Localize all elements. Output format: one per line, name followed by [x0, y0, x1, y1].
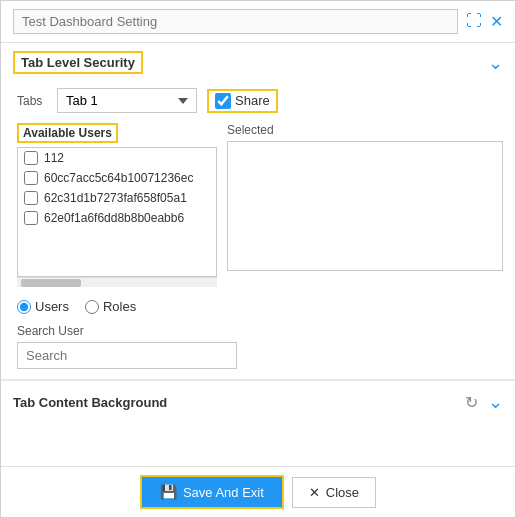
list-hscroll [17, 277, 217, 287]
share-checkbox[interactable] [215, 93, 231, 109]
refresh-icon[interactable]: ↻ [465, 393, 478, 412]
tab-level-security-section: Tab Level Security ⌄ Tabs Tab 1 Tab 2 Ta… [1, 43, 515, 380]
tabs-label: Tabs [17, 94, 47, 108]
save-icon: 💾 [160, 484, 177, 500]
save-and-exit-button[interactable]: 💾 Save And Exit [140, 475, 284, 509]
user-checkbox-2[interactable] [24, 191, 38, 205]
save-label: Save And Exit [183, 485, 264, 500]
list-item: 62e0f1a6f6dd8b8b0eabb6 [18, 208, 216, 228]
available-users-label: Available Users [17, 123, 118, 143]
header-icons: ⛶ ✕ [466, 12, 503, 31]
user-name-3: 62e0f1a6f6dd8b8b0eabb6 [44, 211, 184, 225]
radio-roles-text: Roles [103, 299, 136, 314]
close-icon[interactable]: ✕ [490, 12, 503, 31]
list-item: 112 [18, 148, 216, 168]
share-checkbox-wrap: Share [207, 89, 278, 113]
close-label: Close [326, 485, 359, 500]
radio-users[interactable] [17, 300, 31, 314]
radio-roles[interactable] [85, 300, 99, 314]
resize-icon[interactable]: ⛶ [466, 12, 482, 31]
selected-label: Selected [227, 123, 503, 137]
user-name-0: 112 [44, 151, 64, 165]
radio-row: Users Roles [1, 291, 515, 322]
dialog: ⛶ ✕ Tab Level Security ⌄ Tabs Tab 1 Tab … [0, 0, 516, 518]
users-list-box[interactable]: 112 60cc7acc5c64b10071236ec 62c31d1b7273… [17, 147, 217, 277]
selected-box [227, 141, 503, 271]
tab-content-icons: ↻ ⌄ [465, 391, 503, 413]
user-checkbox-3[interactable] [24, 211, 38, 225]
dialog-body: Tab Level Security ⌄ Tabs Tab 1 Tab 2 Ta… [1, 43, 515, 466]
expand-icon[interactable]: ⌄ [488, 391, 503, 413]
close-button[interactable]: ✕ Close [292, 477, 376, 508]
list-item: 60cc7acc5c64b10071236ec [18, 168, 216, 188]
radio-users-text: Users [35, 299, 69, 314]
dialog-title-input[interactable] [13, 9, 458, 34]
list-hscroll-thumb [21, 279, 81, 287]
tab-content-label: Tab Content Background [13, 395, 167, 410]
user-checkbox-1[interactable] [24, 171, 38, 185]
radio-roles-label[interactable]: Roles [85, 299, 136, 314]
available-users-panel: Available Users 112 60cc7acc5c64b1007123… [17, 123, 217, 287]
user-checkbox-0[interactable] [24, 151, 38, 165]
tab-content-background-section: Tab Content Background ↻ ⌄ [1, 380, 515, 423]
dialog-header: ⛶ ✕ [1, 1, 515, 43]
user-name-2: 62c31d1b7273faf658f05a1 [44, 191, 187, 205]
section-header: Tab Level Security ⌄ [1, 43, 515, 82]
search-user-label: Search User [17, 324, 499, 338]
share-label: Share [235, 93, 270, 108]
tabs-row: Tabs Tab 1 Tab 2 Tab 3 Share [1, 82, 515, 119]
search-input[interactable] [17, 342, 237, 369]
close-x-icon: ✕ [309, 485, 320, 500]
section-collapse-button[interactable]: ⌄ [488, 52, 503, 74]
search-user-section: Search User [1, 322, 515, 379]
users-selected-row: Available Users 112 60cc7acc5c64b1007123… [1, 119, 515, 291]
radio-users-label[interactable]: Users [17, 299, 69, 314]
tab-select[interactable]: Tab 1 Tab 2 Tab 3 [57, 88, 197, 113]
section-title: Tab Level Security [13, 51, 143, 74]
user-name-1: 60cc7acc5c64b10071236ec [44, 171, 193, 185]
selected-panel: Selected [227, 123, 503, 287]
dialog-footer: 💾 Save And Exit ✕ Close [1, 466, 515, 517]
list-item: 62c31d1b7273faf658f05a1 [18, 188, 216, 208]
